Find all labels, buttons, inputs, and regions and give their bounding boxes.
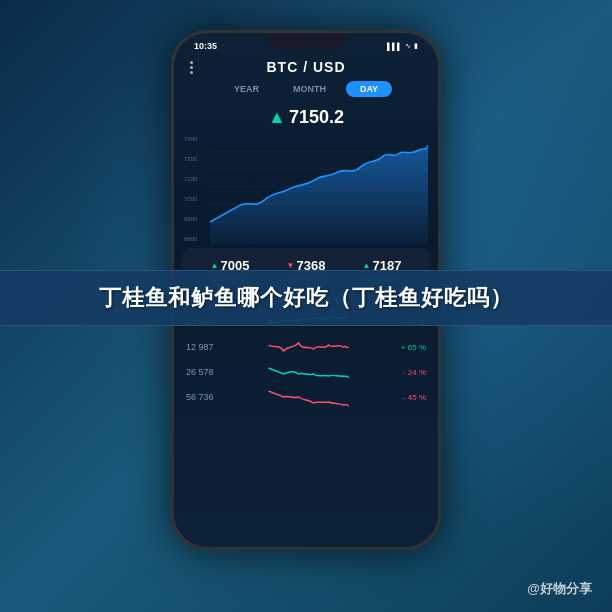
battery-icon: ▮ (414, 42, 418, 50)
signal-icon: ▌▌▌ (387, 43, 402, 50)
mini-chart-4 (232, 387, 385, 407)
stat-row-3-value: 26 578 (186, 367, 226, 377)
chart-label-1: 7400 (184, 136, 197, 142)
tab-year[interactable]: YEAR (220, 81, 273, 97)
watermark: @好物分享 (527, 580, 592, 598)
stat-highest-arrow: ▼ (287, 261, 295, 270)
status-icons: ▌▌▌ ∿ ▮ (387, 42, 418, 50)
price-arrow-icon: ▲ (268, 107, 286, 127)
chinese-banner: 丁桂鱼和鲈鱼哪个好吃（丁桂鱼好吃吗） (0, 270, 612, 326)
tab-day[interactable]: DAY (346, 81, 392, 97)
stat-row-4-change: - 45 % (391, 393, 426, 402)
status-time: 10:35 (194, 41, 217, 51)
chart-label-3: 7100 (184, 176, 197, 182)
stat-lowest-arrow: ▲ (211, 261, 219, 270)
stat-row-2-value: 12 987 (186, 342, 226, 352)
stat-row-3-change: - 24 % (391, 368, 426, 377)
stat-row-2-change: + 65 % (391, 343, 426, 352)
price-display: ▲7150.2 (174, 105, 438, 134)
chart-container: 7400 7200 7100 7000 6900 6800 (174, 134, 438, 244)
menu-dots-icon[interactable] (190, 61, 193, 74)
app-header: BTC / USD (174, 55, 438, 81)
tab-month[interactable]: MONTH (279, 81, 340, 97)
wifi-icon: ∿ (405, 42, 411, 50)
mini-chart-2 (232, 337, 385, 357)
stat-row-2: 12 987 + 65 % (186, 337, 426, 357)
mini-chart-3 (232, 362, 385, 382)
header-title: BTC / USD (267, 59, 346, 75)
stat-row-3: 26 578 - 24 % (186, 362, 426, 382)
chart-svg (210, 134, 428, 244)
chinese-banner-text: 丁桂鱼和鲈鱼哪个好吃（丁桂鱼好吃吗） (99, 285, 513, 310)
chart-svg-wrapper (210, 134, 428, 244)
phone-notch (266, 33, 346, 49)
stat-average-arrow: ▲ (363, 261, 371, 270)
chart-label-4: 7000 (184, 196, 197, 202)
tabs-container: YEAR MONTH DAY (174, 81, 438, 105)
chart-label-6: 6800 (184, 236, 197, 242)
chart-label-5: 6900 (184, 216, 197, 222)
chart-label-2: 7200 (184, 156, 197, 162)
stat-row-4: 56 736 - 45 % (186, 387, 426, 407)
price-value: ▲7150.2 (268, 107, 344, 127)
stat-row-4-value: 56 736 (186, 392, 226, 402)
chart-y-labels: 7400 7200 7100 7000 6900 6800 (184, 134, 197, 244)
